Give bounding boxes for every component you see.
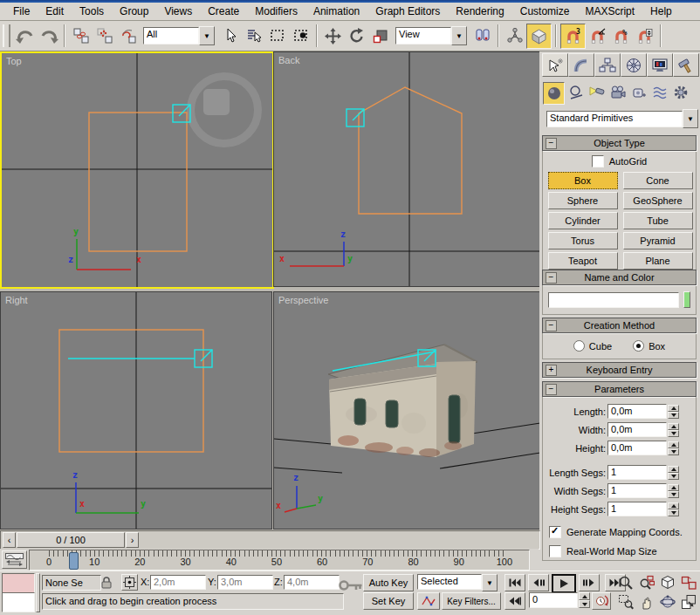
length-segs-field[interactable]: 1	[607, 465, 667, 480]
selection-status-field[interactable]: None Se	[42, 575, 101, 591]
select-by-name-icon[interactable]	[242, 24, 265, 48]
width-field[interactable]: 0,0m	[607, 422, 667, 437]
cameras-icon[interactable]	[607, 82, 628, 103]
menu-item[interactable]: MAXScript	[577, 3, 642, 19]
zoom-extents-icon[interactable]	[658, 574, 677, 591]
length-segs-spinner[interactable]	[668, 466, 679, 480]
lights-icon[interactable]	[587, 82, 607, 103]
select-and-rotate-icon[interactable]	[345, 24, 368, 48]
frame-spinner[interactable]	[579, 592, 590, 608]
next-frame-icon[interactable]	[579, 574, 600, 591]
key-filters-button[interactable]: Key Filters...	[442, 592, 501, 610]
selection-lock-icon[interactable]	[99, 575, 114, 590]
key-mode-dropdown[interactable]: Selected ▼	[417, 574, 498, 591]
menu-item[interactable]: Help	[642, 3, 680, 19]
height-spinner[interactable]	[668, 441, 679, 455]
viewport-right[interactable]: Right zxy	[0, 291, 272, 530]
viewport-top[interactable]: Top yzx	[0, 51, 274, 289]
object-type-button[interactable]: Cone	[623, 172, 693, 189]
length-spinner[interactable]	[668, 405, 679, 419]
select-and-scale-icon[interactable]	[368, 24, 392, 48]
use-pivot-point-center-icon[interactable]	[470, 24, 494, 48]
region-zoom-icon[interactable]	[616, 593, 635, 611]
height-segs-field[interactable]: 1	[607, 502, 667, 516]
object-color-swatch[interactable]	[683, 291, 690, 308]
width-segs-spinner[interactable]	[668, 484, 679, 498]
shapes-icon[interactable]	[566, 82, 586, 103]
trackbar-ruler[interactable]: 0102030405060708090100	[29, 550, 530, 571]
zoom-extents-all-icon[interactable]	[679, 574, 698, 591]
maximize-viewport-toggle-icon[interactable]	[679, 593, 698, 611]
collapse-icon[interactable]	[546, 384, 557, 395]
go-to-start-icon[interactable]	[504, 574, 525, 591]
helpers-icon[interactable]	[628, 82, 649, 103]
absolute-mode-icon[interactable]	[121, 574, 138, 591]
selection-filter-dropdown[interactable]: All ▼	[143, 26, 215, 45]
x-coord-field[interactable]: 2,0m	[150, 575, 206, 590]
menu-item[interactable]: Graph Editors	[367, 3, 448, 19]
menu-item[interactable]: File	[5, 3, 38, 19]
unlink-selection-icon[interactable]	[93, 24, 116, 48]
track-bar[interactable]: 0102030405060708090100	[0, 549, 539, 570]
create-tab[interactable]	[542, 53, 568, 77]
systems-icon[interactable]	[670, 82, 690, 103]
creation-method-header[interactable]: Creation Method	[542, 318, 697, 333]
viewport-top-label[interactable]: Top	[6, 56, 22, 66]
previous-frame-arrow[interactable]: ‹	[3, 532, 16, 548]
utilities-tab[interactable]	[673, 53, 699, 77]
time-slider-handle[interactable]: 0 / 100	[17, 532, 125, 548]
modify-tab[interactable]	[568, 53, 594, 77]
motion-tab[interactable]	[621, 53, 647, 77]
reference-coordinate-dropdown[interactable]: View ▼	[395, 26, 467, 45]
bind-to-space-warp-icon[interactable]	[116, 24, 140, 48]
parameters-header[interactable]: Parameters	[542, 381, 697, 397]
rectangular-selection-region-icon[interactable]	[265, 24, 289, 48]
geometry-icon[interactable]	[543, 82, 565, 105]
object-type-button[interactable]: Torus	[548, 232, 618, 249]
auto-key-button[interactable]: Auto Key	[363, 574, 414, 591]
expand-icon[interactable]	[546, 365, 557, 376]
current-frame-handle[interactable]	[69, 552, 79, 570]
redo-icon[interactable]	[37, 24, 60, 48]
chevron-down-icon[interactable]: ▼	[199, 26, 215, 45]
snaps-toggle-3d-icon[interactable]: 3	[560, 24, 586, 49]
mini-curve-editor-icon[interactable]	[2, 550, 27, 569]
viewport-back[interactable]: Back zxy	[273, 51, 541, 287]
height-field[interactable]: 0,0m	[607, 441, 667, 455]
radio-icon[interactable]	[633, 340, 644, 352]
snaps-cube-icon[interactable]	[526, 24, 552, 49]
menu-item[interactable]: Animation	[305, 3, 367, 19]
viewport-right-label[interactable]: Right	[5, 295, 28, 305]
height-segs-spinner[interactable]	[668, 502, 679, 516]
default-tangent-icon[interactable]	[417, 592, 440, 610]
viewport-perspective-label[interactable]: Perspective	[278, 295, 328, 305]
z-coord-field[interactable]: 4,0m	[284, 575, 340, 590]
hierarchy-tab[interactable]	[594, 53, 621, 77]
object-type-button[interactable]: GeoSphere	[623, 192, 693, 209]
menu-item[interactable]: Views	[156, 3, 200, 19]
menu-item[interactable]: Tools	[72, 3, 112, 19]
maxscript-mini-listener-pink[interactable]	[2, 573, 35, 593]
listener-splitter[interactable]	[36, 573, 40, 612]
length-field[interactable]: 0,0m	[607, 404, 667, 419]
select-and-manipulate-icon[interactable]	[503, 24, 526, 48]
toolbar-grip[interactable]	[3, 24, 10, 47]
current-frame-field[interactable]: 0	[529, 592, 578, 608]
menu-item[interactable]: Edit	[38, 3, 72, 19]
object-type-button[interactable]: Cylinder	[548, 212, 618, 229]
object-type-button[interactable]: Sphere	[548, 192, 618, 209]
space-warps-icon[interactable]	[649, 82, 669, 103]
arc-rotate-icon[interactable]	[658, 593, 677, 611]
zoom-icon[interactable]	[616, 574, 635, 591]
radio-icon[interactable]	[573, 340, 585, 352]
maxscript-mini-listener-white[interactable]	[2, 592, 35, 612]
collapse-icon[interactable]	[546, 320, 557, 331]
cube-radio-option[interactable]: Cube	[573, 340, 612, 352]
collapse-icon[interactable]	[546, 138, 557, 149]
play-animation-icon[interactable]	[552, 574, 576, 593]
keyboard-entry-header[interactable]: Keyboard Entry	[542, 362, 697, 378]
menu-item[interactable]: Customize	[512, 3, 578, 19]
set-key-button[interactable]: Set Key	[363, 592, 414, 610]
object-type-button[interactable]: Pyramid	[623, 232, 693, 249]
collapse-icon[interactable]	[546, 272, 557, 284]
